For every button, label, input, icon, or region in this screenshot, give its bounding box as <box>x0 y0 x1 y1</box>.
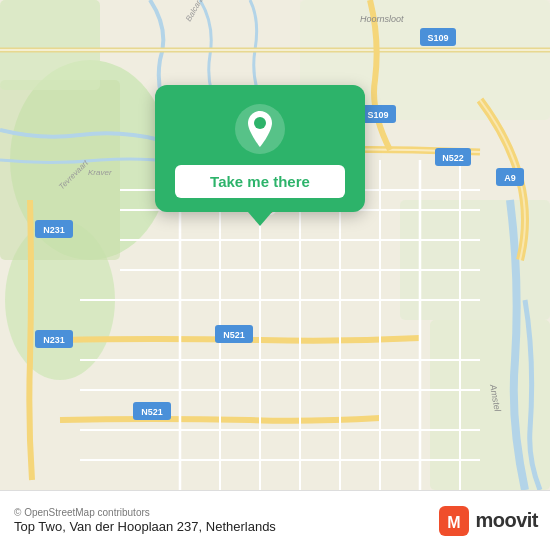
bottom-bar: © OpenStreetMap contributors Top Two, Va… <box>0 490 550 550</box>
moovit-icon: M <box>439 506 469 536</box>
svg-text:M: M <box>448 514 461 531</box>
svg-text:Hoornsloot: Hoornsloot <box>360 14 404 24</box>
map-svg: S109 S109 N522 A9 N231 N231 N521 N521 Ho… <box>0 0 550 490</box>
svg-text:N522: N522 <box>442 153 464 163</box>
address-section: © OpenStreetMap contributors Top Two, Va… <box>14 507 276 534</box>
map-container: S109 S109 N522 A9 N231 N231 N521 N521 Ho… <box>0 0 550 490</box>
address-text: Top Two, Van der Hooplaan 237, Netherlan… <box>14 519 276 534</box>
svg-text:N521: N521 <box>223 330 245 340</box>
popup-card: Take me there <box>155 85 365 212</box>
svg-point-50 <box>254 117 266 129</box>
osm-credit: © OpenStreetMap contributors <box>14 507 276 518</box>
svg-text:N231: N231 <box>43 335 65 345</box>
svg-text:A9: A9 <box>504 173 516 183</box>
svg-text:S109: S109 <box>427 33 448 43</box>
svg-text:S109: S109 <box>367 110 388 120</box>
moovit-text: moovit <box>475 509 538 532</box>
svg-rect-4 <box>0 0 100 90</box>
svg-text:N231: N231 <box>43 225 65 235</box>
svg-text:N521: N521 <box>141 407 163 417</box>
location-pin-icon <box>234 103 286 155</box>
svg-text:Kraver: Kraver <box>88 168 112 177</box>
take-me-there-button[interactable]: Take me there <box>175 165 345 198</box>
moovit-logo: M moovit <box>439 506 538 536</box>
